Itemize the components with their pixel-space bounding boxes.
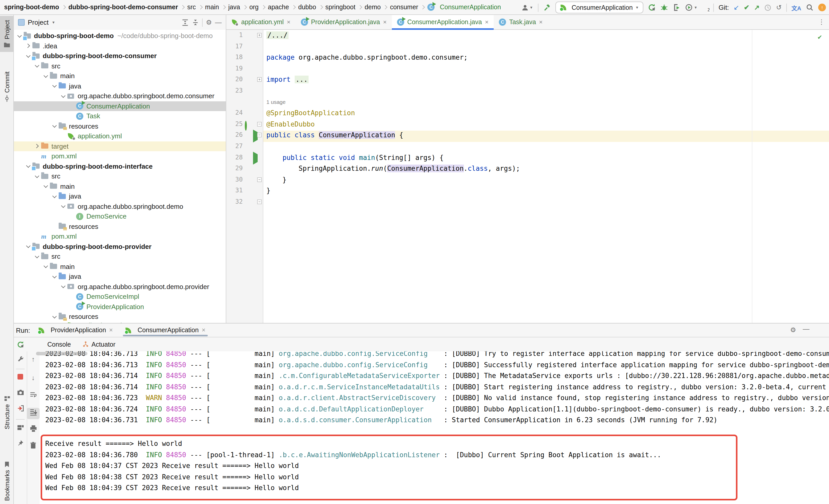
- expand-collapse-icon[interactable]: [182, 19, 189, 26]
- tree-item[interactable]: java: [14, 81, 226, 91]
- breadcrumb-item[interactable]: dubbo-spring-boot-demo-consumer: [68, 4, 178, 11]
- debug-button[interactable]: [660, 4, 668, 11]
- chevron-down-icon[interactable]: [52, 84, 57, 88]
- search-button[interactable]: [806, 4, 814, 11]
- chevron-down-icon[interactable]: ▼: [52, 21, 55, 24]
- project-tree[interactable]: dubbo-spring-boot-demo~/code/dubbo-sprin…: [14, 30, 226, 323]
- tree-item-selected[interactable]: CConsumerApplication: [14, 101, 226, 111]
- chevron-down-icon[interactable]: [61, 94, 65, 98]
- breadcrumb-item[interactable]: dubbo: [298, 4, 316, 11]
- close-icon[interactable]: ×: [485, 19, 489, 26]
- close-icon[interactable]: ×: [539, 19, 543, 26]
- trash-icon[interactable]: [27, 442, 40, 449]
- tree-item-module[interactable]: dubbo-spring-boot-demo-provider: [14, 242, 226, 251]
- chevron-down-icon[interactable]: [52, 194, 57, 199]
- tree-item[interactable]: java: [14, 272, 226, 282]
- breadcrumb-item[interactable]: springboot: [325, 4, 355, 11]
- tree-item-module[interactable]: dubbo-spring-boot-demo-consumer: [14, 51, 226, 61]
- close-icon[interactable]: ×: [202, 327, 206, 334]
- code-line[interactable]: }: [266, 174, 286, 185]
- breadcrumb-item[interactable]: demo: [365, 4, 381, 11]
- coverage-button[interactable]: [673, 4, 681, 11]
- chevron-down-icon[interactable]: [26, 164, 30, 169]
- editor-tab-active[interactable]: C ConsumerApplication.java ×: [392, 15, 494, 29]
- run-tab-active[interactable]: ConsumerApplication ×: [121, 323, 210, 337]
- inspection-ok-icon[interactable]: ✔: [818, 33, 822, 41]
- hide-panel-icon[interactable]: —: [803, 325, 809, 333]
- tree-item[interactable]: java: [14, 191, 226, 201]
- tree-item[interactable]: src: [14, 171, 226, 181]
- tree-item[interactable]: mpom.xml: [14, 151, 226, 161]
- sidebar-tab-structure[interactable]: Structure: [0, 395, 14, 429]
- tree-item[interactable]: resources: [14, 121, 226, 131]
- code-line[interactable]: SpringApplication.run(ConsumerApplicatio…: [266, 163, 520, 174]
- camera-icon[interactable]: [14, 389, 27, 395]
- tree-item[interactable]: src: [14, 61, 226, 71]
- editor-tab[interactable]: C Task.java ×: [494, 15, 548, 29]
- fold-icon[interactable]: −: [257, 133, 262, 137]
- update-available-badge[interactable]: ↑: [818, 4, 826, 11]
- fold-icon[interactable]: −: [257, 200, 262, 204]
- editor-tab[interactable]: C ProviderApplication.java ×: [295, 15, 392, 29]
- breadcrumb-item[interactable]: org: [249, 4, 259, 11]
- stop-button[interactable]: 2: [702, 4, 709, 11]
- chevron-down-icon[interactable]: [44, 264, 48, 269]
- chevron-down-icon[interactable]: [52, 315, 57, 319]
- breadcrumb-item[interactable]: main: [205, 4, 219, 11]
- code-line[interactable]: public class ConsumerApplication {: [266, 130, 403, 141]
- run-tab[interactable]: ProviderApplication ×: [34, 323, 117, 337]
- tree-item-package[interactable]: org.apache.dubbo.springboot.demo.consume…: [14, 91, 226, 101]
- tree-item[interactable]: src: [14, 251, 226, 261]
- fold-icon[interactable]: +: [257, 77, 262, 82]
- git-rollback-button[interactable]: ↺: [776, 4, 782, 11]
- profiler-button[interactable]: ▼: [685, 4, 697, 11]
- build-hammer-icon[interactable]: [543, 4, 550, 11]
- fold-icon[interactable]: −: [257, 122, 262, 127]
- up-arrow-icon[interactable]: ↑: [27, 355, 40, 363]
- rerun-icon[interactable]: [14, 341, 27, 348]
- gear-icon[interactable]: ⚙: [790, 326, 796, 334]
- tree-item-module-root[interactable]: dubbo-spring-boot-demo~/code/dubbo-sprin…: [14, 31, 226, 41]
- pin-icon[interactable]: [14, 440, 27, 446]
- tree-item[interactable]: IDemoService: [14, 211, 226, 221]
- exit-icon[interactable]: [14, 405, 27, 412]
- gear-icon[interactable]: ⚙: [206, 19, 212, 26]
- tree-item[interactable]: main: [14, 261, 226, 272]
- sidebar-tab-commit[interactable]: Commit: [0, 71, 14, 102]
- chevron-right-icon[interactable]: [26, 44, 30, 48]
- chevron-down-icon[interactable]: [26, 54, 30, 58]
- breadcrumb-item[interactable]: consumer: [390, 4, 418, 11]
- hide-panel-icon[interactable]: —: [215, 19, 222, 26]
- run-gutter-icon[interactable]: [253, 154, 258, 162]
- tree-item-package[interactable]: org.apache.dubbo.springboot.demo.provide…: [14, 282, 226, 292]
- spring-bean-icon[interactable]: [245, 122, 247, 130]
- breadcrumb-item-class[interactable]: ConsumerApplication: [440, 4, 501, 11]
- user-icon[interactable]: ▼: [521, 4, 533, 11]
- chevron-down-icon[interactable]: [61, 205, 65, 209]
- tree-item[interactable]: application.yml: [14, 131, 226, 141]
- tree-item[interactable]: resources: [14, 221, 226, 231]
- sidebar-tab-bookmarks[interactable]: Bookmarks: [0, 461, 14, 501]
- run-configuration-select[interactable]: ConsumerApplication ▼: [555, 2, 644, 13]
- code-line[interactable]: public static void main(String[] args) {: [266, 152, 443, 163]
- chevron-down-icon[interactable]: [35, 255, 39, 259]
- breadcrumb-item[interactable]: apache: [268, 4, 289, 11]
- tree-item[interactable]: CDemoServiceImpl: [14, 292, 226, 302]
- tree-item[interactable]: main: [14, 181, 226, 191]
- git-push-button[interactable]: ↗: [754, 4, 760, 11]
- wrench-icon[interactable]: [14, 355, 27, 363]
- breadcrumb-item[interactable]: src: [187, 4, 196, 11]
- chevron-down-icon[interactable]: [35, 174, 39, 178]
- tree-item[interactable]: CProviderApplication: [14, 302, 226, 312]
- close-icon[interactable]: ×: [383, 19, 387, 26]
- code-line[interactable]: package org.apache.dubbo.springboot.demo…: [266, 52, 468, 63]
- code-line[interactable]: @SpringBootApplication: [266, 107, 355, 118]
- chevron-down-icon[interactable]: [52, 275, 57, 279]
- git-update-button[interactable]: ↙: [733, 4, 739, 11]
- usages-hint[interactable]: 1 usage: [266, 97, 286, 107]
- code-line[interactable]: /.../: [266, 30, 289, 41]
- close-icon[interactable]: ×: [287, 19, 290, 26]
- chevron-down-icon[interactable]: [52, 124, 57, 128]
- layout-icon[interactable]: [14, 424, 27, 430]
- git-commit-button[interactable]: ✔: [744, 4, 750, 11]
